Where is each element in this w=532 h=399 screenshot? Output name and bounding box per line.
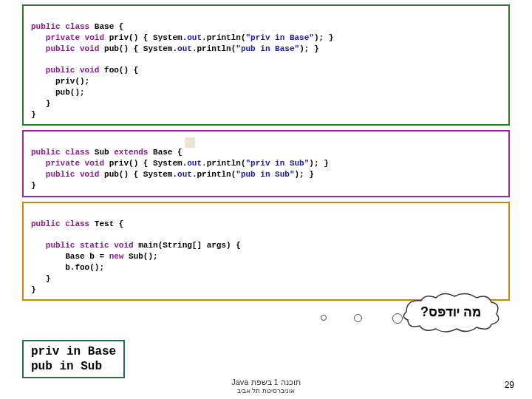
footer-sub: אוניברסיטת תל אביב <box>0 387 532 395</box>
code-block-test: public class Test { public static void m… <box>22 202 510 301</box>
thought-dot <box>321 315 327 321</box>
footer: תוכנה 1 בשפת Java אוניברסיטת תל אביב <box>0 378 532 395</box>
speech-bubble: מה יודפס? <box>399 292 502 332</box>
page-number: 29 <box>505 380 514 390</box>
code-block-base: public class Base { private void priv() … <box>22 4 510 126</box>
highlight-marker <box>185 137 195 148</box>
thought-dot <box>392 313 403 324</box>
footer-main: תוכנה 1 בשפת Java <box>231 378 301 386</box>
output-box: priv in Base pub in Sub <box>22 340 125 378</box>
code-block-sub: public class Sub extends Base { private … <box>22 130 510 197</box>
speech-text: מה יודפס? <box>399 304 502 320</box>
thought-dot <box>354 314 362 322</box>
